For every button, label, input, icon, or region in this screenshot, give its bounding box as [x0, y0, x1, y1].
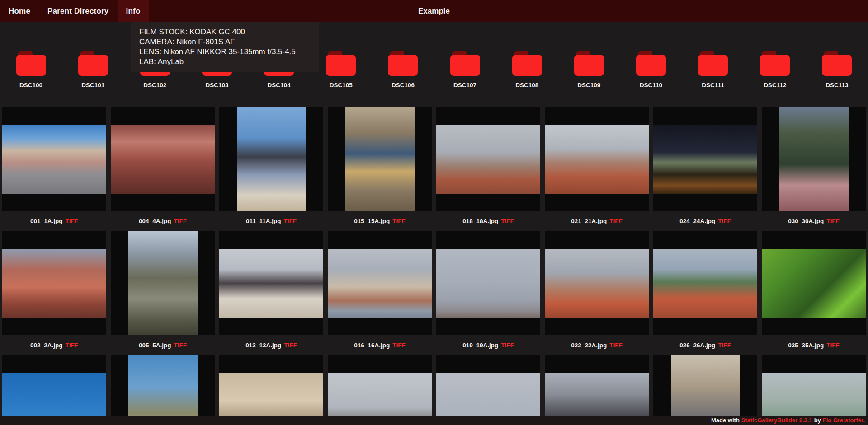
photo-tiff-link[interactable]: TIFF	[826, 342, 840, 349]
photo-thumbnail-cell[interactable]	[111, 355, 215, 425]
photo-tiff-link[interactable]: TIFF	[501, 342, 514, 349]
photo-tiff-link[interactable]: TIFF	[283, 218, 297, 224]
photo-thumbnail-cell[interactable]	[545, 107, 649, 211]
photo-filename-link[interactable]: 035_35A.jpg	[788, 342, 824, 349]
photo-caption: 011_11A.jpgTIFF	[217, 211, 326, 231]
folder-label: DSC105	[330, 82, 353, 89]
gallery-item-018_18a: 018_18A.jpgTIFF	[434, 107, 542, 231]
photo-tiff-link[interactable]: TIFF	[65, 342, 78, 349]
folder-icon	[636, 50, 666, 76]
folder-dsc107[interactable]: DSC107	[434, 50, 496, 89]
photo-filename-link[interactable]: 024_24A.jpg	[679, 218, 715, 224]
photo-thumbnail-cell[interactable]	[328, 355, 432, 425]
photo-filename-link[interactable]: 030_30A.jpg	[788, 218, 824, 224]
photo-filename-link[interactable]: 002_2A.jpg	[30, 342, 62, 349]
photo-tiff-link[interactable]: TIFF	[392, 218, 406, 224]
photo-thumbnail-cell[interactable]	[2, 231, 106, 335]
photo-thumbnail-cell[interactable]	[653, 231, 757, 335]
photo-caption: 015_15A.jpgTIFF	[326, 211, 434, 231]
photo-filename-link[interactable]: 026_26A.jpg	[679, 342, 715, 349]
photo-tiff-link[interactable]: TIFF	[174, 342, 187, 349]
photo-thumbnail-cell[interactable]	[328, 107, 432, 211]
builder-link[interactable]: StaticGalleryBuilder 2.3.1	[741, 417, 812, 424]
photo-filename-link[interactable]: 019_19A.jpg	[462, 342, 498, 349]
nav-item-home[interactable]: Home	[0, 0, 39, 22]
photo-tiff-link[interactable]: TIFF	[609, 218, 623, 224]
photo-thumbnail-cell[interactable]	[111, 107, 215, 211]
photo-thumbnail-cell[interactable]	[762, 107, 866, 211]
folder-dsc100[interactable]: DSC100	[0, 50, 62, 89]
photo-tiff-link[interactable]: TIFF	[718, 218, 731, 224]
photo-thumbnail[interactable]	[128, 355, 198, 425]
photo-thumbnail[interactable]	[128, 231, 198, 335]
nav-item-parent-directory[interactable]: Parent Directory	[39, 0, 117, 22]
photo-thumbnail-cell[interactable]	[762, 355, 866, 425]
photo-filename-link[interactable]: 022_22A.jpg	[571, 342, 607, 349]
photo-thumbnail-cell[interactable]	[219, 107, 323, 211]
photo-filename-link[interactable]: 018_18A.jpg	[462, 218, 498, 224]
photo-tiff-link[interactable]: TIFF	[65, 218, 78, 224]
gallery-item-035_35a: 035_35A.jpgTIFF	[760, 231, 868, 355]
photo-tiff-link[interactable]: TIFF	[392, 342, 406, 349]
folder-dsc101[interactable]: DSC101	[62, 50, 124, 89]
photo-filename-link[interactable]: 015_15A.jpg	[354, 218, 390, 224]
photo-filename-link[interactable]: 016_16A.jpg	[354, 342, 390, 349]
photo-thumbnail-cell[interactable]	[545, 355, 649, 425]
folder-dsc106[interactable]: DSC106	[372, 50, 434, 89]
photo-filename-link[interactable]: 013_13A.jpg	[245, 342, 281, 349]
author-link[interactable]: Flo Greistorfer.	[823, 417, 865, 424]
photo-thumbnail[interactable]	[219, 249, 323, 318]
photo-thumbnail[interactable]	[779, 107, 849, 211]
photo-thumbnail[interactable]	[545, 249, 649, 318]
photo-thumbnail[interactable]	[2, 249, 106, 318]
photo-filename-link[interactable]: 001_1A.jpg	[30, 218, 62, 224]
photo-thumbnail[interactable]	[671, 355, 740, 425]
photo-thumbnail-cell[interactable]	[653, 107, 757, 211]
photo-thumbnail[interactable]	[653, 125, 757, 194]
photo-thumbnail[interactable]	[653, 249, 757, 318]
photo-thumbnail[interactable]	[345, 107, 415, 211]
photo-thumbnail-cell[interactable]	[219, 231, 323, 335]
photo-caption: 030_30A.jpgTIFF	[760, 211, 868, 231]
photo-thumbnail-cell[interactable]	[653, 355, 757, 425]
photo-filename-link[interactable]: 011_11A.jpg	[246, 218, 281, 224]
photo-thumbnail[interactable]	[328, 249, 432, 318]
nav-item-info[interactable]: Info	[118, 0, 149, 22]
photo-tiff-link[interactable]: TIFF	[501, 218, 514, 224]
photo-thumbnail[interactable]	[2, 125, 106, 194]
photo-thumbnail-cell[interactable]	[2, 107, 106, 211]
photo-thumbnail[interactable]	[237, 107, 306, 211]
folder-dsc111[interactable]: DSC111	[682, 50, 744, 89]
photo-thumbnail-cell[interactable]	[2, 355, 106, 425]
photo-filename-link[interactable]: 021_21A.jpg	[571, 218, 607, 224]
photo-thumbnail[interactable]	[111, 125, 215, 194]
photo-thumbnail[interactable]	[545, 125, 649, 194]
folder-label: DSC107	[453, 82, 476, 89]
folder-dsc105[interactable]: DSC105	[310, 50, 372, 89]
folder-dsc109[interactable]: DSC109	[558, 50, 620, 89]
photo-thumbnail-cell[interactable]	[219, 355, 323, 425]
photo-tiff-link[interactable]: TIFF	[174, 218, 187, 224]
photo-thumbnail-cell[interactable]	[545, 231, 649, 335]
gallery-item-030_30a: 030_30A.jpgTIFF	[760, 107, 868, 231]
photo-thumbnail-cell[interactable]	[328, 231, 432, 335]
folder-dsc113[interactable]: DSC113	[806, 50, 868, 89]
photo-thumbnail-cell[interactable]	[111, 231, 215, 335]
photo-thumbnail[interactable]	[762, 249, 866, 318]
photo-thumbnail-cell[interactable]	[436, 231, 540, 335]
photo-thumbnail-cell[interactable]	[762, 231, 866, 335]
photo-tiff-link[interactable]: TIFF	[284, 342, 297, 349]
gallery-item-019_19a: 019_19A.jpgTIFF	[434, 231, 542, 355]
photo-filename-link[interactable]: 005_5A.jpg	[139, 342, 171, 349]
photo-thumbnail[interactable]	[436, 249, 540, 318]
folder-dsc110[interactable]: DSC110	[620, 50, 682, 89]
photo-thumbnail[interactable]	[436, 125, 540, 194]
photo-thumbnail-cell[interactable]	[436, 107, 540, 211]
folder-dsc108[interactable]: DSC108	[496, 50, 558, 89]
photo-tiff-link[interactable]: TIFF	[826, 218, 840, 224]
photo-tiff-link[interactable]: TIFF	[718, 342, 731, 349]
photo-tiff-link[interactable]: TIFF	[609, 342, 623, 349]
folder-dsc112[interactable]: DSC112	[744, 50, 806, 89]
photo-filename-link[interactable]: 004_4A.jpg	[139, 218, 171, 224]
photo-thumbnail-cell[interactable]	[436, 355, 540, 425]
